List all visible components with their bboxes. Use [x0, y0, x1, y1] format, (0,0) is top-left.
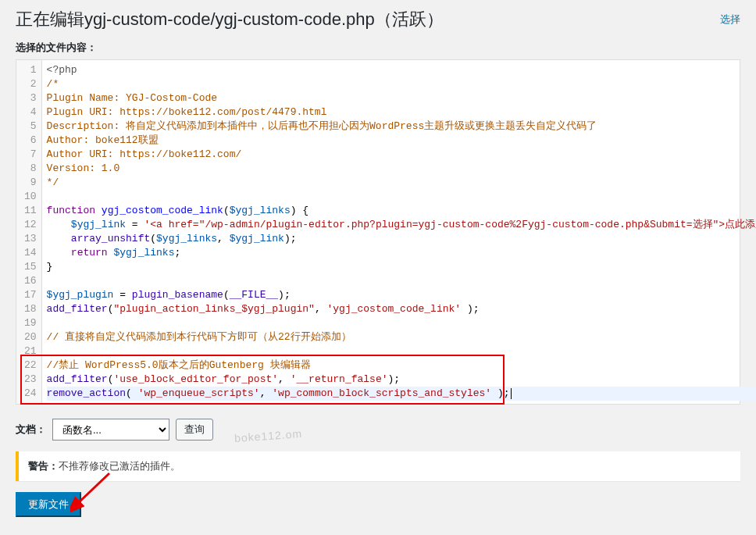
code-token: );: [284, 233, 297, 244]
line-number: 19: [24, 316, 37, 330]
code-line[interactable]: function ygj_costom_code_link($ygj_links…: [47, 204, 756, 218]
code-token: $ygj_plugin: [47, 289, 114, 301]
code-token: Plugin URI: https://boke112.com/post/447…: [47, 106, 327, 118]
title-prefix: 正在编辑: [16, 9, 84, 29]
code-line[interactable]: //禁止 WordPress5.0版本之后的Gutenberg 块编辑器: [47, 358, 756, 373]
code-line[interactable]: add_filter("plugin_action_links_$ygj_plu…: [47, 302, 756, 316]
code-line[interactable]: <?php: [47, 63, 756, 77]
line-number: 12: [24, 218, 37, 232]
code-line[interactable]: // 直接将自定义代码添加到本行代码下方即可（从22行开始添加）: [47, 330, 756, 344]
code-token: ,: [217, 233, 230, 244]
code-token: add_filter: [47, 373, 108, 385]
code-token: Version: 1.0: [47, 162, 120, 174]
code-token: Author URI: https://boke112.com/: [47, 148, 242, 160]
code-token: function: [47, 205, 95, 216]
line-number-gutter: 123456789101112131415161718192021222324: [16, 60, 42, 404]
line-number: 7: [24, 148, 37, 162]
line-number: 6: [24, 134, 37, 148]
code-line[interactable]: $ygj_link = '<a href="/wp-admin/plugin-e…: [47, 218, 756, 232]
code-line[interactable]: Author URI: https://boke112.com/: [47, 148, 756, 162]
function-name-select[interactable]: 函数名...: [52, 419, 169, 440]
code-token: (: [223, 289, 230, 301]
code-token: ,: [315, 303, 327, 315]
code-token: Description: 将自定义代码添加到本插件中，以后再也不用担心因为Wor…: [47, 120, 597, 132]
line-number: 3: [24, 91, 37, 105]
code-token: return: [71, 247, 108, 259]
line-number: 17: [24, 288, 37, 302]
line-number: 11: [24, 204, 37, 218]
code-line[interactable]: */: [47, 176, 756, 190]
code-line[interactable]: [47, 316, 756, 330]
code-line[interactable]: Plugin URI: https://boke112.com/post/447…: [47, 105, 756, 119]
code-token: remove_action: [47, 387, 126, 399]
code-token: __FILE__: [230, 289, 278, 301]
line-number: 20: [24, 330, 37, 344]
code-token: $ygj_links: [230, 205, 291, 216]
code-line[interactable]: array_unshift($ygj_links, $ygj_link);: [47, 232, 756, 246]
code-token: }: [47, 261, 53, 273]
code-line[interactable]: [47, 274, 756, 288]
code-token: '<a href="/wp-admin/plugin-editor.php?pl…: [144, 219, 756, 230]
warning-notice: 警告：不推荐修改已激活的插件。: [16, 451, 740, 481]
code-line[interactable]: add_filter('use_block_editor_for_post', …: [47, 373, 756, 387]
code-token: /*: [47, 78, 59, 90]
line-number: 2: [24, 77, 37, 91]
select-file-link[interactable]: 选择: [720, 12, 740, 27]
title-suffix: （活跃）: [375, 9, 444, 29]
code-line[interactable]: [47, 190, 756, 204]
line-number: 8: [24, 162, 37, 176]
update-file-button[interactable]: 更新文件: [16, 492, 81, 517]
line-number: 13: [24, 232, 37, 246]
warning-title: 警告：: [28, 460, 59, 472]
code-line[interactable]: Description: 将自定义代码添加到本插件中，以后再也不用担心因为Wor…: [47, 119, 756, 134]
code-token: =: [113, 289, 131, 301]
code-token: );: [461, 303, 479, 315]
code-token: ,: [278, 373, 291, 385]
code-token: ) {: [291, 205, 308, 216]
code-line[interactable]: [47, 344, 756, 358]
code-token: <?php: [47, 64, 77, 76]
line-number: 24: [24, 387, 37, 401]
doc-label: 文档：: [16, 423, 46, 437]
code-token: //禁止 WordPress5.0版本之后的Gutenberg 块编辑器: [47, 359, 311, 371]
code-line[interactable]: remove_action( 'wp_enqueue_scripts', 'wp…: [47, 387, 756, 401]
content-label: 选择的文件内容：: [16, 41, 740, 55]
line-number: 23: [24, 373, 37, 387]
code-token: );: [388, 373, 401, 385]
code-token: 'wp_enqueue_scripts': [138, 387, 260, 399]
page-title: 正在编辑ygj-custom-code/ygj-custom-code.php（…: [16, 8, 444, 31]
code-line[interactable]: Plugin Name: YGJ-Costom-Code: [47, 91, 756, 105]
code-line[interactable]: Version: 1.0: [47, 162, 756, 176]
code-token: array_unshift: [71, 233, 150, 244]
code-token: );: [491, 387, 509, 399]
line-number: 21: [24, 344, 37, 358]
code-line[interactable]: return $ygj_links;: [47, 246, 756, 260]
line-number: 14: [24, 246, 37, 260]
code-token: Author: boke112联盟: [47, 134, 159, 146]
code-token: "plugin_action_links_$ygj_plugin": [113, 303, 314, 315]
code-editor[interactable]: 123456789101112131415161718192021222324 …: [16, 59, 740, 405]
line-number: 22: [24, 358, 37, 373]
code-token: $ygj_links: [156, 233, 217, 244]
code-token: );: [278, 289, 291, 301]
code-token: '__return_false': [291, 373, 388, 385]
line-number: 15: [24, 260, 37, 274]
code-line[interactable]: Author: boke112联盟: [47, 134, 756, 148]
code-token: $ygj_link: [71, 219, 126, 230]
code-line[interactable]: $ygj_plugin = plugin_basename(__FILE__);: [47, 288, 756, 302]
code-token: (: [150, 233, 156, 244]
code-token: 'wp_common_block_scripts_and_styles': [272, 387, 491, 399]
code-token: =: [126, 219, 144, 230]
code-content-area[interactable]: <?php/*Plugin Name: YGJ-Costom-CodePlugi…: [42, 60, 756, 404]
line-number: 5: [24, 119, 37, 134]
code-token: add_filter: [47, 303, 108, 315]
query-button[interactable]: 查询: [176, 419, 213, 440]
code-line[interactable]: }: [47, 260, 756, 274]
line-number: 10: [24, 190, 37, 204]
line-number: 4: [24, 105, 37, 119]
code-token: 'use_block_editor_for_post': [113, 373, 278, 385]
code-token: (: [126, 387, 138, 399]
line-number: 18: [24, 302, 37, 316]
code-line[interactable]: /*: [47, 77, 756, 91]
code-token: 'ygj_costom_code_link': [327, 303, 462, 315]
